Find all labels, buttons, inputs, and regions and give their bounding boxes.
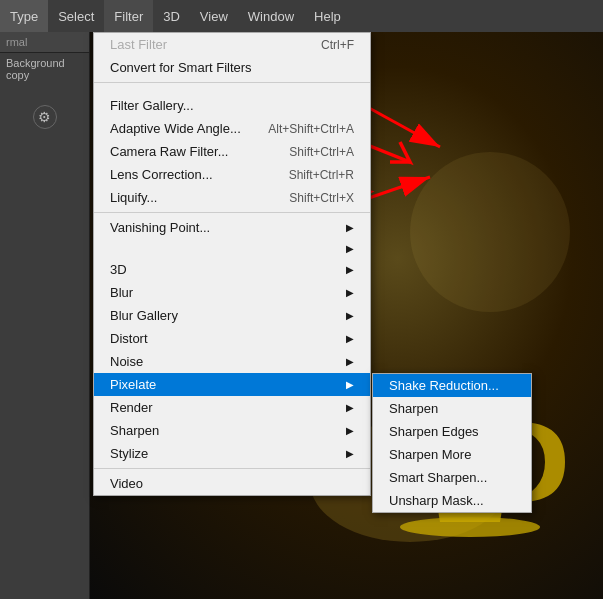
menubar-item-3d[interactable]: 3D <box>153 0 190 32</box>
menu-item-video[interactable]: Sharpen ▶ <box>94 419 370 442</box>
menu-item-sharpen[interactable]: Pixelate ▶ <box>94 373 370 396</box>
menu-separator-2 <box>94 212 370 213</box>
menu-item-other[interactable]: Stylize ▶ <box>94 442 370 465</box>
menu-item-liquify[interactable]: Lens Correction... Shift+Ctrl+R <box>94 163 370 186</box>
panel-mode-label: rmal <box>0 32 89 53</box>
menu-item-distort[interactable]: Blur ▶ <box>94 281 370 304</box>
menubar-item-filter[interactable]: Filter <box>104 0 153 32</box>
settings-icon: ⚙ <box>33 105 57 129</box>
menu-item-last-filter[interactable]: Last Filter Ctrl+F <box>94 33 370 56</box>
left-panel: rmal Background copy ⚙ <box>0 32 90 599</box>
menu-item-lens-correction[interactable]: Camera Raw Filter... Shift+Ctrl+A <box>94 140 370 163</box>
menubar-item-window[interactable]: Window <box>238 0 304 32</box>
submenu-item-sharpen[interactable]: Sharpen <box>373 397 531 420</box>
menu-item-filter-gallery[interactable] <box>94 86 370 94</box>
menu-item-blur[interactable]: ▶ <box>94 239 370 258</box>
menu-item-render[interactable]: Noise ▶ <box>94 350 370 373</box>
toolbar-icon-area: ⚙ <box>0 85 89 129</box>
menubar-item-select[interactable]: Select <box>48 0 104 32</box>
menu-item-noise[interactable]: Blur Gallery ▶ <box>94 304 370 327</box>
submenu-item-unsharp-mask[interactable]: Unsharp Mask... <box>373 489 531 512</box>
menubar: Type Select Filter 3D View Window Help <box>0 0 603 32</box>
menubar-item-view[interactable]: View <box>190 0 238 32</box>
menubar-item-help[interactable]: Help <box>304 0 351 32</box>
menu-item-convert-smart[interactable]: Convert for Smart Filters <box>94 56 370 79</box>
submenu-item-sharpen-edges[interactable]: Sharpen Edges <box>373 420 531 443</box>
menu-item-blur-gallery[interactable]: 3D ▶ <box>94 258 370 281</box>
svg-point-3 <box>400 517 540 537</box>
submenu-item-smart-sharpen[interactable]: Smart Sharpen... <box>373 466 531 489</box>
menu-item-3d[interactable]: Vanishing Point... ▶ <box>94 216 370 239</box>
canvas-area: rmal Background copy ⚙ <box>0 32 603 599</box>
menu-item-adaptive-wide[interactable]: Filter Gallery... <box>94 94 370 117</box>
menubar-item-type[interactable]: Type <box>0 0 48 32</box>
menu-item-pixelate[interactable]: Distort ▶ <box>94 327 370 350</box>
menu-item-browse-filters[interactable]: Video <box>94 472 370 495</box>
menu-item-camera-raw[interactable]: Adaptive Wide Angle... Alt+Shift+Ctrl+A <box>94 117 370 140</box>
panel-layer-label: Background copy <box>0 53 89 85</box>
svg-point-1 <box>410 152 570 312</box>
sharpen-wrapper: Pixelate ▶ Shake Reduction... Sharpen Sh… <box>94 373 370 396</box>
submenu-item-sharpen-more[interactable]: Sharpen More <box>373 443 531 466</box>
submenu-item-shake-reduction[interactable]: Shake Reduction... <box>373 374 531 397</box>
filter-dropdown-menu: Last Filter Ctrl+F Convert for Smart Fil… <box>93 32 371 496</box>
menu-item-stylize[interactable]: Render ▶ <box>94 396 370 419</box>
menu-item-vanishing-point[interactable]: Liquify... Shift+Ctrl+X <box>94 186 370 209</box>
menu-separator-1 <box>94 82 370 83</box>
menu-separator-3 <box>94 468 370 469</box>
sharpen-submenu: Shake Reduction... Sharpen Sharpen Edges… <box>372 373 532 513</box>
